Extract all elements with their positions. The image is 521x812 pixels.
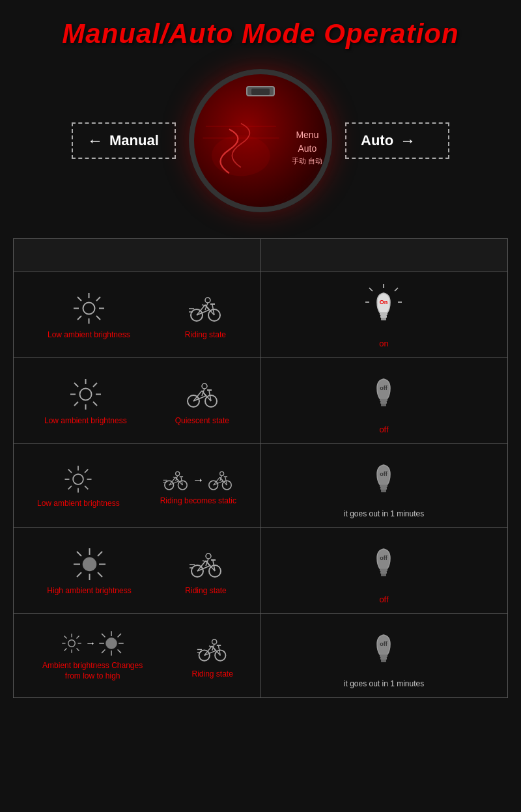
row5-left-cell: → Ambient brightness Changes from <box>14 614 260 697</box>
row3-sun-group: Low ambient brightness <box>37 464 120 508</box>
row2-sun-label: Low ambient brightness <box>44 416 127 425</box>
svg-line-101 <box>77 572 81 577</box>
svg-line-98 <box>77 552 81 556</box>
bulb-on-icon: On <box>363 281 405 333</box>
svg-point-2 <box>212 135 270 176</box>
riding-cyclist-icon-4 <box>196 633 229 665</box>
row4-result-label: off <box>379 595 388 604</box>
row1-result-label: on <box>379 339 388 348</box>
svg-line-100 <box>98 552 102 556</box>
row5-rider-group: Riding state <box>191 633 232 679</box>
auto-arrow-icon: → <box>400 132 415 150</box>
row2-sun-group: Low ambient brightness <box>44 376 127 425</box>
svg-line-10 <box>96 297 100 301</box>
row2-right-cell: off off <box>260 358 507 443</box>
svg-text:off: off <box>380 385 387 391</box>
table-row: Low ambient brightness Quiescent state <box>14 358 507 444</box>
header-cell-condition <box>14 239 260 272</box>
svg-point-51 <box>202 384 207 389</box>
svg-text:off: off <box>380 641 387 647</box>
svg-line-42 <box>74 402 78 406</box>
svg-line-8 <box>77 297 81 301</box>
svg-line-124 <box>64 636 67 639</box>
svg-rect-56 <box>381 404 386 406</box>
svg-line-9 <box>96 316 100 320</box>
riding-cyclist-icon <box>188 290 223 326</box>
device-section: ← Manual Menu Auto 手动 自动 Auto → <box>0 63 521 232</box>
svg-rect-91 <box>380 487 387 490</box>
svg-line-135 <box>118 634 121 637</box>
table-row: High ambient brightness <box>14 528 507 614</box>
info-table: Low ambient brightness <box>13 238 508 698</box>
svg-line-125 <box>77 649 79 651</box>
row1-sun-group: Low ambient brightness <box>48 290 130 339</box>
svg-point-87 <box>220 471 224 475</box>
row4-sun-label: High ambient brightness <box>47 586 131 595</box>
auto-mode-label: Auto <box>361 132 393 149</box>
auto-mode-box: Auto → <box>345 122 449 159</box>
device-line2: 手动 自动 <box>288 156 327 167</box>
svg-line-65 <box>68 486 72 489</box>
row1-right-cell: On on <box>260 272 507 357</box>
svg-rect-33 <box>381 318 386 320</box>
bulb-off-icon-2: off <box>363 453 405 505</box>
svg-line-146 <box>212 644 215 651</box>
svg-rect-151 <box>380 654 387 657</box>
row3-sun-label: Low ambient brightness <box>37 499 120 508</box>
svg-line-64 <box>85 469 88 473</box>
row4-left-cell: High ambient brightness <box>14 528 260 613</box>
bulb-off-icon-1: off <box>363 367 405 419</box>
usb-inner <box>251 89 270 95</box>
svg-point-74 <box>176 471 180 475</box>
svg-rect-116 <box>380 568 387 571</box>
low-sun-icon-2 <box>68 376 104 412</box>
big-sun-icon <box>98 630 125 657</box>
svg-rect-152 <box>380 657 387 660</box>
low-sun-icon-3 <box>63 464 94 495</box>
svg-line-26 <box>369 288 373 291</box>
svg-rect-55 <box>380 401 387 404</box>
svg-line-136 <box>102 650 105 653</box>
row3-riding-static-label: Riding becomes static <box>160 496 236 505</box>
svg-rect-117 <box>380 571 387 574</box>
table-row: Low ambient brightness <box>14 272 507 358</box>
svg-line-52 <box>202 389 204 396</box>
high-sun-icon <box>72 546 107 582</box>
svg-point-57 <box>73 474 83 484</box>
svg-text:off: off <box>380 555 387 561</box>
device-image: Menu Auto 手动 自动 <box>189 69 332 212</box>
svg-line-63 <box>85 486 88 489</box>
page-title: Manual/Auto Mode Operation <box>13 18 508 49</box>
device-line1: Menu Auto <box>288 128 327 156</box>
svg-line-21 <box>205 303 208 310</box>
row5-sun-group: → Ambient brightness Changes from <box>40 630 145 681</box>
svg-rect-54 <box>380 399 387 401</box>
svg-point-137 <box>199 650 210 660</box>
svg-point-3 <box>83 303 94 315</box>
svg-line-88 <box>220 476 222 481</box>
svg-point-110 <box>206 553 211 559</box>
row2-quiescent-label: Quiescent state <box>175 416 229 425</box>
usb-port <box>246 86 275 96</box>
table-row: Low ambient brightness <box>14 444 507 528</box>
svg-line-126 <box>77 636 79 639</box>
row5-result-extra: it goes out in 1 minutes <box>344 679 424 688</box>
row1-sun-label: Low ambient brightness <box>48 330 130 339</box>
svg-line-27 <box>395 288 398 291</box>
svg-text:On: On <box>380 299 388 305</box>
row1-riding-label: Riding state <box>185 330 226 339</box>
svg-rect-31 <box>380 313 387 315</box>
static-cyclist-icon <box>184 376 220 412</box>
low-sun-icon <box>71 290 107 326</box>
svg-line-134 <box>118 650 121 653</box>
row5-brightness-label: Ambient brightness Changes from low to h… <box>40 661 145 681</box>
row4-sun-group: High ambient brightness <box>47 546 131 595</box>
svg-line-111 <box>206 559 208 566</box>
riding-cyclist-icon-2 <box>162 466 190 494</box>
row5-riding-label: Riding state <box>191 669 232 679</box>
svg-rect-90 <box>380 484 387 487</box>
bulb-off-icon-4: off <box>363 623 405 675</box>
svg-line-133 <box>102 634 105 637</box>
svg-point-20 <box>205 298 210 303</box>
riding-cyclist-icon-3 <box>188 546 224 582</box>
